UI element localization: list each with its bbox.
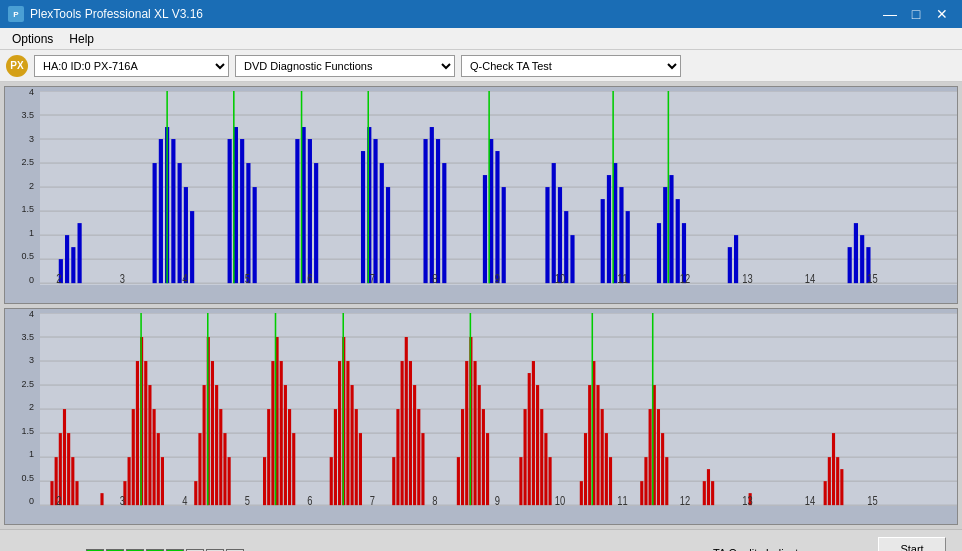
ta-quality-label: TA Quality Indicator:: [713, 547, 811, 552]
svg-text:3: 3: [120, 494, 125, 506]
main-content: 4 3.5 3 2.5 2 1.5 1 0.5 0: [0, 82, 962, 529]
svg-text:14: 14: [805, 272, 815, 284]
svg-rect-109: [157, 433, 160, 505]
svg-rect-141: [396, 409, 399, 505]
svg-rect-13: [153, 163, 157, 283]
svg-rect-113: [198, 433, 201, 505]
svg-rect-42: [483, 175, 487, 283]
svg-text:6: 6: [307, 494, 312, 506]
svg-rect-47: [545, 187, 549, 283]
top-chart-y-axis: 4 3.5 3 2.5 2 1.5 1 0.5 0: [5, 87, 37, 285]
svg-text:12: 12: [680, 494, 690, 506]
svg-rect-180: [665, 457, 668, 505]
top-chart-container: 4 3.5 3 2.5 2 1.5 1 0.5 0: [4, 86, 958, 304]
svg-rect-140: [392, 457, 395, 505]
bottom-chart-svg: 2 3 4 5 6 7 8 9 10 11 12 13 14 15: [40, 313, 957, 507]
svg-rect-35: [380, 163, 384, 283]
svg-text:3: 3: [120, 272, 125, 284]
svg-rect-171: [605, 433, 608, 505]
svg-rect-110: [161, 457, 164, 505]
maximize-button[interactable]: □: [904, 4, 928, 24]
svg-rect-38: [423, 139, 427, 283]
svg-text:4: 4: [182, 494, 187, 506]
svg-rect-118: [219, 409, 222, 505]
menu-help[interactable]: Help: [61, 30, 102, 48]
svg-rect-67: [854, 223, 858, 283]
svg-rect-10: [65, 235, 69, 283]
svg-rect-167: [588, 385, 591, 505]
start-button[interactable]: Start: [878, 537, 946, 552]
svg-rect-127: [284, 385, 287, 505]
function-selector[interactable]: DVD Diagnostic Functions: [235, 55, 455, 77]
svg-rect-172: [609, 457, 612, 505]
svg-rect-49: [558, 187, 562, 283]
title-controls: — □ ✕: [878, 4, 954, 24]
minimize-button[interactable]: —: [878, 4, 902, 24]
svg-text:13: 13: [742, 272, 752, 284]
svg-rect-135: [346, 361, 349, 505]
top-chart-svg: 2 3 4 5 6 7 8 9 10 11 12 13 14 15: [40, 91, 957, 285]
svg-rect-36: [386, 187, 390, 283]
svg-rect-65: [734, 235, 738, 283]
svg-rect-114: [203, 385, 206, 505]
svg-text:2: 2: [56, 272, 61, 284]
svg-rect-132: [334, 409, 337, 505]
title-left: P PlexTools Professional XL V3.16: [8, 6, 203, 22]
svg-rect-145: [413, 385, 416, 505]
ta-quality-section: TA Quality Indicator: Good: [652, 547, 872, 552]
svg-rect-148: [457, 457, 460, 505]
svg-rect-11: [71, 247, 75, 283]
svg-rect-183: [707, 469, 710, 505]
svg-rect-64: [728, 247, 732, 283]
svg-rect-117: [215, 385, 218, 505]
svg-rect-133: [338, 361, 341, 505]
svg-text:11: 11: [617, 494, 627, 506]
svg-rect-96: [63, 409, 66, 505]
svg-text:2: 2: [56, 494, 61, 506]
svg-rect-144: [409, 361, 412, 505]
close-button[interactable]: ✕: [930, 4, 954, 24]
svg-rect-66: [848, 247, 852, 283]
svg-rect-155: [486, 433, 489, 505]
svg-rect-59: [663, 187, 667, 283]
svg-rect-104: [136, 361, 139, 505]
svg-rect-107: [148, 385, 151, 505]
svg-rect-187: [828, 457, 831, 505]
svg-rect-150: [465, 361, 468, 505]
svg-rect-93: [50, 481, 53, 505]
svg-rect-163: [544, 433, 547, 505]
svg-rect-189: [836, 457, 839, 505]
title-bar: P PlexTools Professional XL V3.16 — □ ✕: [0, 0, 962, 28]
svg-rect-179: [661, 433, 664, 505]
svg-rect-27: [295, 139, 299, 283]
svg-rect-55: [619, 187, 623, 283]
svg-rect-138: [359, 433, 362, 505]
svg-rect-103: [132, 409, 135, 505]
svg-rect-19: [190, 211, 194, 283]
app-icon: P: [8, 6, 24, 22]
svg-rect-32: [361, 151, 365, 283]
svg-rect-158: [524, 409, 527, 505]
start-btn-section: Start i: [872, 537, 952, 552]
test-selector[interactable]: Q-Check TA Test: [461, 55, 681, 77]
bottom-panel: Jitter: 3 Peak Shift:: [0, 529, 962, 551]
menu-options[interactable]: Options: [4, 30, 61, 48]
window-title: PlexTools Professional XL V3.16: [30, 7, 203, 21]
svg-rect-184: [711, 481, 714, 505]
svg-rect-119: [223, 433, 226, 505]
svg-rect-165: [580, 481, 583, 505]
svg-text:15: 15: [867, 272, 877, 284]
svg-rect-41: [442, 163, 446, 283]
bottom-chart-area: 2 3 4 5 6 7 8 9 10 11 12 13 14 15: [40, 313, 957, 507]
svg-rect-29: [308, 139, 312, 283]
toolbar: PX HA:0 ID:0 PX-716A DVD Diagnostic Func…: [0, 50, 962, 82]
svg-text:10: 10: [555, 494, 565, 506]
svg-rect-169: [596, 385, 599, 505]
svg-rect-98: [71, 457, 74, 505]
svg-rect-116: [211, 361, 214, 505]
svg-rect-170: [601, 409, 604, 505]
svg-rect-99: [75, 481, 78, 505]
device-selector[interactable]: HA:0 ID:0 PX-716A: [34, 55, 229, 77]
svg-rect-126: [280, 361, 283, 505]
svg-rect-61: [676, 199, 680, 283]
